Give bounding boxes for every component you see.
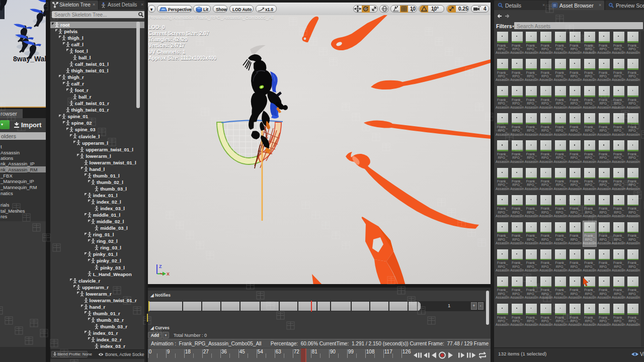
svg-text:Z: Z (159, 264, 162, 269)
svg-text:X: X (167, 272, 170, 277)
